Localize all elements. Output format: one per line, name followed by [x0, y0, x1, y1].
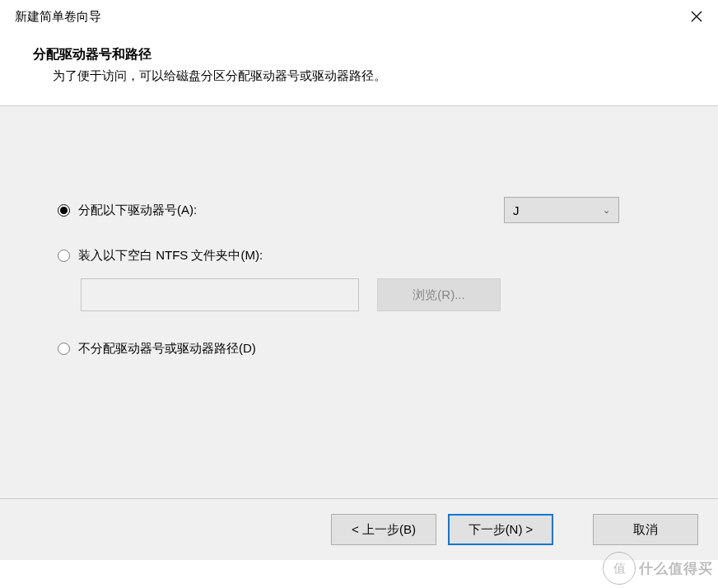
back-button[interactable]: < 上一步(B)	[331, 514, 436, 545]
wizard-header: 分配驱动器号和路径 为了便于访问，可以给磁盘分区分配驱动器号或驱动器路径。	[0, 33, 718, 105]
option-mount-folder-row: 装入以下空白 NTFS 文件夹中(M):	[58, 248, 660, 264]
next-button[interactable]: 下一步(N) >	[448, 514, 553, 545]
cancel-button[interactable]: 取消	[593, 514, 698, 545]
radio-mount-folder[interactable]	[58, 250, 70, 262]
mount-path-input	[81, 278, 359, 311]
browse-button: 浏览(R)...	[377, 278, 501, 311]
drive-letter-dropdown[interactable]: J ⌄	[504, 197, 619, 223]
option-no-assign-row: 不分配驱动器号或驱动器路径(D)	[58, 341, 660, 357]
content-area: 分配以下驱动器号(A): J ⌄ 装入以下空白 NTFS 文件夹中(M): 浏览…	[0, 106, 718, 498]
radio-no-assign-label[interactable]: 不分配驱动器号或驱动器路径(D)	[78, 341, 256, 357]
radio-assign-letter[interactable]	[58, 204, 70, 217]
titlebar: 新建简单卷向导	[0, 0, 718, 33]
chevron-down-icon: ⌄	[603, 205, 610, 216]
mount-path-row: 浏览(R)...	[81, 278, 660, 311]
page-subtitle: 为了便于访问，可以给磁盘分区分配驱动器号或驱动器路径。	[53, 68, 685, 84]
radio-assign-letter-label[interactable]: 分配以下驱动器号(A):	[78, 203, 197, 218]
close-button[interactable]	[687, 7, 706, 26]
watermark-text: 什么值得买	[639, 559, 713, 578]
radio-no-assign[interactable]	[58, 343, 70, 355]
page-title: 分配驱动器号和路径	[33, 46, 685, 63]
radio-mount-folder-label[interactable]: 装入以下空白 NTFS 文件夹中(M):	[78, 248, 263, 264]
option-assign-letter-row: 分配以下驱动器号(A): J ⌄	[58, 197, 660, 223]
close-icon	[691, 11, 702, 22]
footer: < 上一步(B) 下一步(N) > 取消	[0, 499, 718, 560]
window-title: 新建简单卷向导	[15, 9, 101, 25]
drive-letter-value: J	[513, 203, 520, 217]
